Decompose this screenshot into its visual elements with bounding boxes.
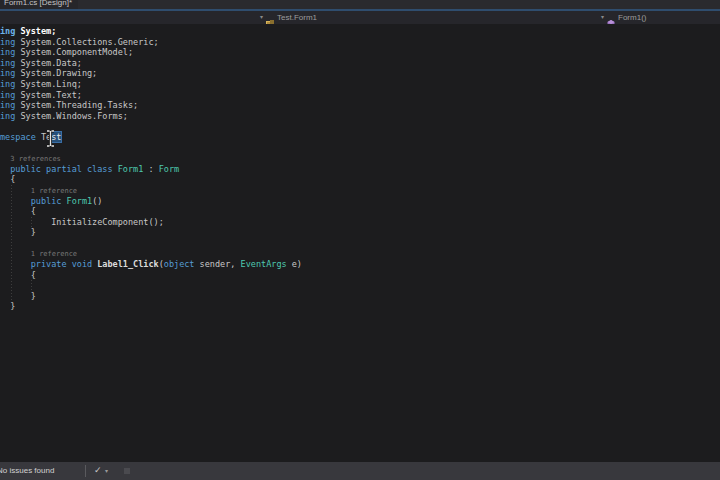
code-line[interactable]: 1 reference: [0, 248, 720, 259]
editor-navigation-bar: ▾ Test.Form1 ▾ Form1(): [0, 11, 720, 24]
class-icon: [266, 14, 274, 22]
code-line[interactable]: [0, 238, 720, 249]
code-line[interactable]: ing System.Drawing;: [0, 68, 720, 79]
code-line[interactable]: InitializeComponent();: [0, 217, 720, 228]
code-line[interactable]: ing System.Data;: [0, 58, 720, 69]
ibeam-cursor-icon: [46, 130, 55, 147]
status-bar: No issues found ✓ ▾: [0, 462, 720, 480]
tab-form1-design[interactable]: Form1.cs [Design]*: [0, 0, 78, 9]
code-line[interactable]: ing System.Collections.Generic;: [0, 37, 720, 48]
code-line[interactable]: ing System.Threading.Tasks;: [0, 100, 720, 111]
code-line[interactable]: public partial class Form1 : Form: [0, 164, 720, 175]
status-separator: [85, 465, 86, 477]
code-line[interactable]: ing System.Windows.Forms;: [0, 111, 720, 122]
code-line[interactable]: 3 references: [0, 153, 720, 164]
dimmed-status-icon: [124, 468, 130, 474]
indent-guide: [31, 217, 32, 228]
code-line[interactable]: 1 reference: [0, 185, 720, 196]
code-line[interactable]: {: [0, 174, 720, 185]
method-icon: [607, 14, 615, 22]
chevron-down-icon[interactable]: ▾: [105, 462, 108, 480]
code-line[interactable]: ing System.ComponentModel;: [0, 47, 720, 58]
code-line[interactable]: private void Label1_Click(object sender,…: [0, 259, 720, 270]
code-line[interactable]: [0, 280, 720, 291]
code-line[interactable]: [0, 121, 720, 132]
member-dropdown[interactable]: ▾ Form1(): [601, 11, 646, 24]
indent-guide: [31, 280, 32, 291]
code-line[interactable]: ing System.Linq;: [0, 79, 720, 90]
code-line[interactable]: ing System;: [0, 26, 720, 37]
code-line[interactable]: {: [0, 206, 720, 217]
code-line[interactable]: }: [0, 291, 720, 302]
code-line[interactable]: }: [0, 227, 720, 238]
chevron-down-icon: ▾: [601, 11, 604, 24]
tab-strip: Form1.cs [Design]*: [0, 0, 720, 9]
code-line[interactable]: {: [0, 270, 720, 281]
member-dropdown-label: Form1(): [618, 11, 646, 24]
issues-status-text: No issues found: [0, 462, 54, 480]
code-area[interactable]: ing System;ing System.Collections.Generi…: [0, 26, 720, 312]
vs-window: Form1.cs [Design]* ▾ Test.Form1 ▾ Form1(: [0, 0, 720, 480]
code-line[interactable]: }: [0, 301, 720, 312]
type-dropdown-label: Test.Form1: [277, 11, 317, 24]
code-line[interactable]: [0, 143, 720, 154]
code-line[interactable]: public Form1(): [0, 196, 720, 207]
type-dropdown[interactable]: ▾ Test.Form1: [260, 11, 317, 24]
code-editor[interactable]: ing System;ing System.Collections.Generi…: [0, 24, 720, 462]
code-line[interactable]: mespace Test: [0, 132, 720, 143]
check-icon[interactable]: ✓: [94, 462, 102, 480]
code-line[interactable]: ing System.Text;: [0, 90, 720, 101]
chevron-down-icon: ▾: [260, 11, 263, 24]
indent-guide: [11, 185, 12, 302]
